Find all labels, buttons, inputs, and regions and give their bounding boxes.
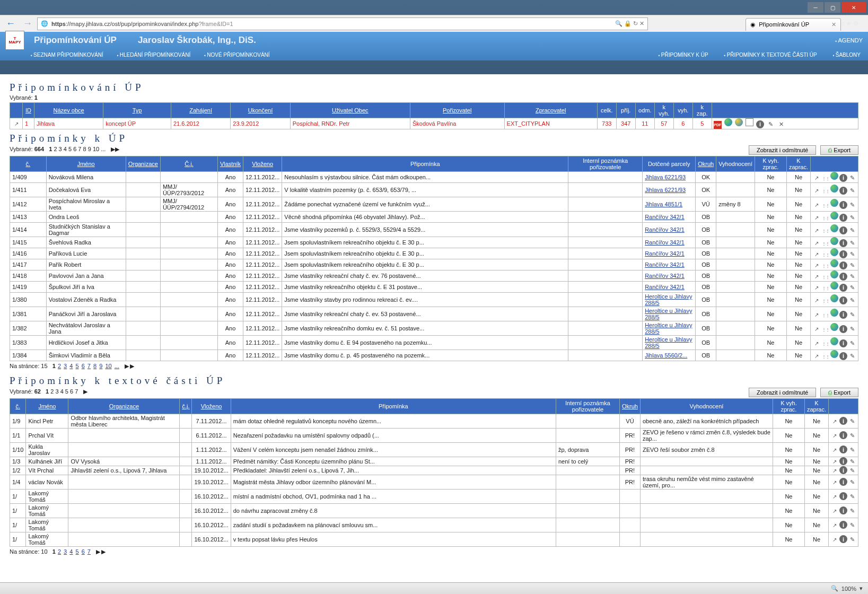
col-uzivatel[interactable]: Uživatel Obec	[332, 107, 368, 113]
open-icon[interactable]	[830, 507, 838, 515]
globe-icon[interactable]	[830, 337, 838, 345]
parcel-link[interactable]: Jihlava 4851/1	[645, 201, 682, 207]
page-link[interactable]: 6	[82, 548, 85, 555]
page-link[interactable]: 2	[58, 548, 61, 555]
open-icon[interactable]	[812, 250, 820, 258]
page-link[interactable]: 9	[88, 146, 91, 152]
globe-icon[interactable]	[830, 294, 838, 302]
info-icon[interactable]: i	[839, 296, 847, 304]
parcel-link[interactable]: Rančířov 342/1	[645, 226, 685, 233]
page-link[interactable]: ...	[115, 363, 119, 369]
edit-icon[interactable]	[848, 273, 856, 281]
page-link[interactable]: 10	[93, 146, 99, 152]
open-icon[interactable]	[812, 352, 820, 360]
globe-icon[interactable]	[830, 212, 838, 220]
edit-icon[interactable]	[848, 226, 856, 234]
page-link[interactable]: 3	[55, 388, 58, 395]
page-link[interactable]: 4	[64, 146, 67, 152]
info-icon[interactable]: i	[839, 239, 847, 247]
col-okruh[interactable]: Okruh	[698, 161, 714, 167]
open-icon[interactable]	[812, 174, 820, 182]
edit-icon[interactable]	[848, 284, 856, 292]
globe-icon[interactable]	[830, 323, 838, 331]
agendy-link[interactable]: AGENDY	[835, 37, 863, 43]
col-okruh[interactable]: Okruh	[622, 403, 638, 409]
grid-icon[interactable]	[821, 202, 829, 209]
info-icon[interactable]: i	[839, 478, 847, 486]
parcel-link[interactable]: Rančířov 342/1	[645, 273, 685, 279]
grid-icon[interactable]	[821, 340, 829, 348]
info-icon[interactable]: i	[839, 535, 847, 543]
edit-icon[interactable]	[848, 446, 856, 454]
globe-icon[interactable]	[830, 270, 838, 278]
page-link[interactable]: 6	[70, 388, 73, 395]
open-icon[interactable]	[812, 284, 820, 292]
grid-icon[interactable]	[821, 353, 829, 361]
edit-icon[interactable]	[848, 296, 856, 304]
col-id[interactable]: ID	[25, 107, 31, 113]
open-icon[interactable]	[830, 432, 838, 440]
col-ukonceni[interactable]: Ukončení	[248, 107, 273, 113]
edit-icon[interactable]	[767, 120, 775, 128]
globe-icon[interactable]	[830, 282, 838, 290]
page-link[interactable]: 6	[73, 146, 76, 152]
info-icon[interactable]: i	[839, 457, 847, 465]
col-jmeno[interactable]: Jméno	[77, 161, 95, 167]
row-toggle-icon[interactable]	[10, 118, 23, 129]
col-vlastnik[interactable]: Vlastník	[220, 161, 241, 167]
menu-hledani[interactable]: HLEDÁNÍ PŘIPOMÍNKOVÁNÍ	[117, 52, 190, 58]
page-link[interactable]: 2	[50, 388, 54, 395]
open-icon[interactable]	[812, 261, 820, 269]
globe-icon[interactable]	[724, 118, 732, 126]
globe-icon[interactable]	[830, 172, 838, 180]
edit-icon[interactable]	[848, 432, 856, 440]
open-icon[interactable]	[830, 458, 838, 466]
parcel-link[interactable]: Jihlava 5560/2...	[645, 352, 687, 359]
edit-icon[interactable]	[848, 187, 856, 195]
globe-icon[interactable]	[830, 224, 838, 232]
edit-icon[interactable]	[848, 239, 856, 247]
page-link[interactable]: 3	[64, 363, 67, 369]
open-icon[interactable]	[812, 201, 820, 209]
info-icon[interactable]: i	[839, 446, 847, 453]
page-link[interactable]: 5	[75, 363, 78, 369]
page-link[interactable]: ...	[101, 146, 106, 152]
edit-icon[interactable]	[848, 201, 856, 209]
next-page-icon[interactable]: ▶	[83, 388, 87, 395]
menu-sablony[interactable]: ŠABLONY	[833, 52, 861, 58]
grid-icon[interactable]	[821, 273, 829, 281]
edit-icon[interactable]	[848, 325, 856, 333]
col-c[interactable]: č.	[15, 403, 20, 409]
page-link[interactable]: 3	[64, 548, 67, 555]
info-icon[interactable]: i	[839, 339, 847, 347]
forward-button[interactable]: →	[20, 16, 35, 31]
page-link[interactable]: 6	[82, 363, 85, 369]
open-icon[interactable]	[812, 273, 820, 281]
col-typ[interactable]: Typ	[133, 107, 142, 113]
info-icon[interactable]: i	[839, 417, 847, 425]
show-rejected-button[interactable]: Zobrazit i odmítnuté	[749, 145, 816, 155]
open-icon[interactable]	[812, 339, 820, 347]
page-link[interactable]: 4	[69, 548, 73, 555]
open-icon[interactable]	[830, 521, 838, 529]
grid-icon[interactable]	[821, 297, 829, 305]
info-icon[interactable]: i	[839, 250, 847, 258]
open-icon[interactable]	[812, 226, 820, 234]
globe-icon[interactable]	[830, 199, 838, 207]
info-icon[interactable]: i	[839, 506, 847, 514]
col-zpracovatel[interactable]: Zpracovatel	[536, 107, 566, 113]
page-link[interactable]: 7	[78, 146, 81, 152]
grid-icon[interactable]	[821, 174, 829, 182]
open-icon[interactable]	[812, 214, 820, 222]
page-link[interactable]: 10	[105, 363, 111, 369]
address-bar[interactable]: 🌐 https://mapy.jihlava.cz/ost/pup/pripom…	[37, 18, 648, 30]
window-close[interactable]: ✕	[841, 2, 866, 13]
next-page-icon[interactable]: ▶▶	[96, 548, 107, 555]
col-org[interactable]: Organizace	[109, 403, 139, 409]
edit-icon[interactable]	[848, 521, 856, 529]
info-icon[interactable]: i	[839, 226, 847, 234]
page-link[interactable]: 9	[99, 363, 102, 369]
col-vlozeno[interactable]: Vloženo	[252, 161, 273, 167]
open-icon[interactable]	[812, 239, 820, 247]
menu-seznam[interactable]: SEZNAM PŘIPOMÍNKOVÁNÍ	[31, 52, 103, 58]
